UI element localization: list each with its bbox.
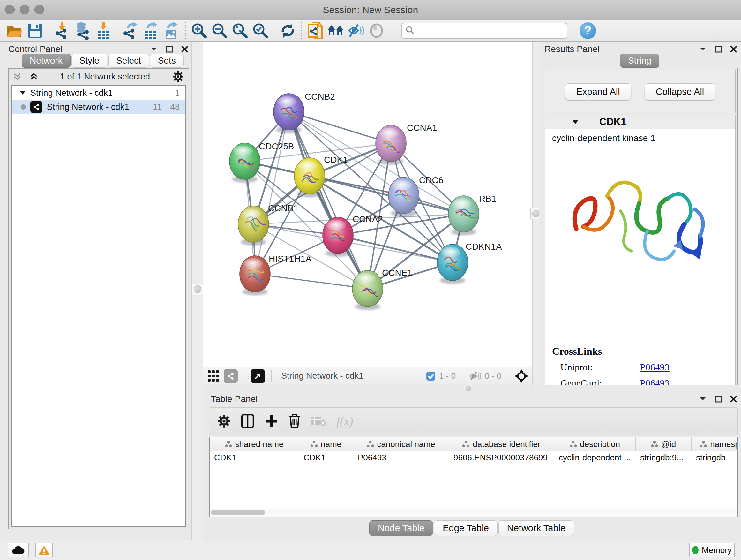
column-header-description[interactable]: description [554,437,636,451]
float-panel-icon[interactable] [715,46,722,53]
tab-edge-table[interactable]: Edge Table [434,520,497,536]
network-node-HIST1H1A[interactable] [240,256,270,295]
collapse-panel-icon[interactable] [150,47,158,52]
network-node-CCNB2[interactable] [273,94,304,133]
eye-disabled-button[interactable] [366,21,387,40]
node-gloss [242,208,261,219]
import-network-from-database-button[interactable] [73,21,93,40]
network-collection-row[interactable]: String Network - cdk1 1 [12,86,185,100]
collapse-panel-icon[interactable] [699,396,706,401]
tab-style[interactable]: Style [71,54,107,68]
tab-sets[interactable]: Sets [150,54,184,68]
float-panel-icon[interactable] [715,395,722,402]
table-cell[interactable]: P06493 [353,451,449,464]
tree-expand-icon[interactable] [19,91,26,95]
import-table-button[interactable] [93,21,114,40]
apply-layout-button[interactable] [278,21,298,40]
close-panel-icon[interactable] [730,46,737,53]
table-hscrollbar-thumb[interactable] [211,509,265,515]
zoom-out-button[interactable] [209,21,230,40]
network-edge-CCNB2-CCNA1[interactable] [289,112,391,143]
detach-view-button[interactable] [251,369,265,383]
column-header-shared-name[interactable]: shared name [210,437,299,451]
network-selection-summary: 1 of 1 Network selected [46,72,164,82]
table-cell[interactable]: CDK1 [210,451,299,464]
gear-icon[interactable] [172,71,184,83]
network-node-CCNE1[interactable] [352,270,383,310]
add-column-icon[interactable] [264,414,278,428]
table-row[interactable]: CDK1CDK1P064939606.ENSP00000378699cyclin… [210,451,737,464]
gene-card-header[interactable]: CDK1 [545,115,735,129]
table-cell[interactable]: stringdb:9... [636,451,691,464]
float-panel-icon[interactable] [166,46,173,53]
birds-eye-view-button[interactable] [515,369,529,383]
table-cell[interactable]: CDK1 [299,451,353,464]
network-row[interactable]: String Network - cdk1 11 48 [12,100,185,114]
crosslinks-title: CrossLinks [552,346,730,357]
tab-select[interactable]: Select [108,54,149,68]
clear-table-icon-disabled [311,415,327,428]
control-panel: Control Panel NetworkStyleSelectSets 1 o… [0,42,192,540]
selected-checkbox-icon[interactable] [426,371,436,381]
tab-node-table[interactable]: Node Table [369,520,433,536]
import-network-button[interactable] [52,21,73,40]
network-edge-HIST1H1A-CCNE1[interactable] [255,274,367,289]
hidden-eye-slash-icon[interactable] [469,371,482,381]
network-node-CCNA1[interactable] [376,125,406,165]
node-gloss [441,247,461,258]
column-header-@id[interactable]: @id [636,437,691,451]
gene-collapse-icon[interactable] [572,120,579,125]
copy-network-button[interactable] [305,21,326,40]
zoom-fit-button[interactable] [230,21,250,40]
horizontal-splitter[interactable] [203,385,741,392]
column-header-database-identifier[interactable]: database identifier [449,437,554,451]
table-cell[interactable]: stringdb [691,451,738,464]
warning-status-button[interactable] [35,543,53,557]
search-input[interactable] [401,23,567,39]
cloud-status-button[interactable] [8,543,29,557]
close-panel-icon[interactable] [181,46,188,53]
network-node-CCNB1[interactable] [238,206,269,246]
export-network-button[interactable] [121,21,141,40]
close-panel-icon[interactable] [730,395,737,402]
expand-all-button[interactable]: Expand All [565,83,631,100]
help-button[interactable]: ? [580,22,596,39]
table-cell[interactable]: 9606.ENSP00000378699 [449,451,554,464]
table-hscrollbar[interactable] [210,508,737,516]
export-image-button[interactable] [161,21,182,40]
collapse-all-button[interactable]: Collapse All [645,83,716,100]
left-splitter-handle[interactable] [192,284,203,295]
window-title: Session: New Session [0,4,741,15]
crosslink-link[interactable]: P06493 [640,362,670,373]
zoom-selected-button[interactable] [250,21,271,40]
tab-network-table[interactable]: Network Table [498,520,574,536]
table-gear-icon[interactable] [217,414,231,428]
main-toolbar: ? [0,20,741,42]
export-table-button[interactable] [141,21,161,40]
table-cell[interactable]: cyclin-dependent ... [554,451,636,464]
memory-button[interactable]: Memory [689,543,735,557]
delete-column-icon[interactable] [288,414,301,429]
share-view-button[interactable] [224,369,238,383]
show-columns-icon[interactable] [241,414,255,429]
column-header-canonical-name[interactable]: canonical name [353,437,449,451]
column-header-name[interactable]: name [299,437,353,451]
homes-button[interactable] [326,21,346,40]
network-node-CDKN1A[interactable] [437,244,468,284]
tab-network[interactable]: Network [22,54,71,68]
open-session-button[interactable] [4,21,25,40]
collapse-panel-icon[interactable] [699,47,706,52]
network-node-RB1[interactable] [448,196,479,235]
network-view[interactable]: CCNB2CCNA1CDC25BCDK1CDC6RB1CCNB1CCNA2CDK… [203,42,532,367]
column-header-namespace[interactable]: namespace [691,437,738,451]
horizontal-splitter-handle[interactable] [466,386,471,391]
save-session-button[interactable] [25,21,45,40]
expand-all-icon[interactable] [30,72,38,81]
collapse-all-icon[interactable] [13,72,21,81]
network-node-CDC25B[interactable] [229,143,260,183]
hide-unhide-button[interactable] [346,21,366,40]
zoom-in-button[interactable] [189,21,209,40]
table-toolbar: f(x) [209,408,738,435]
grid-view-button[interactable] [207,370,220,382]
tab-string[interactable]: String [620,54,659,68]
